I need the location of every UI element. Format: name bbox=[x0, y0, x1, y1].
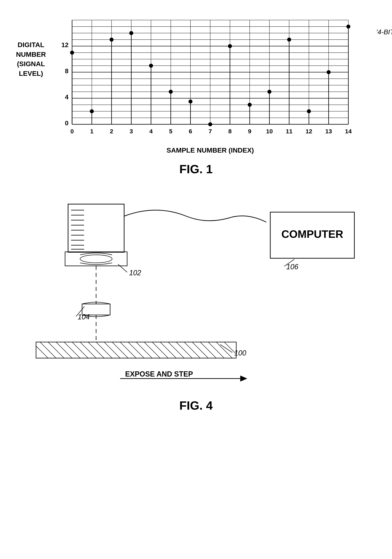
svg-point-65 bbox=[208, 122, 212, 126]
svg-line-126 bbox=[208, 342, 224, 358]
page-container: DIGITALNUMBER(SIGNALLEVEL) '4-BITS' bbox=[0, 0, 392, 559]
svg-line-113 bbox=[104, 342, 120, 358]
svg-line-106 bbox=[48, 342, 64, 358]
svg-text:1: 1 bbox=[90, 128, 93, 135]
svg-text:0: 0 bbox=[71, 128, 74, 135]
svg-line-93 bbox=[118, 264, 127, 272]
svg-line-123 bbox=[184, 342, 200, 358]
svg-point-69 bbox=[248, 103, 252, 107]
fig4-svg: 102 106 104 bbox=[16, 192, 392, 403]
chart-svg: 0 4 8 12 0 1 2 3 4 5 6 7 8 9 10 bbox=[60, 16, 360, 140]
svg-point-73 bbox=[287, 38, 291, 42]
y-axis-label: DIGITALNUMBER(SIGNALLEVEL) bbox=[16, 40, 46, 78]
svg-text:106: 106 bbox=[286, 263, 299, 271]
svg-text:4: 4 bbox=[149, 128, 153, 135]
svg-point-56 bbox=[109, 38, 114, 42]
svg-line-110 bbox=[80, 342, 96, 358]
bits-label: '4-BITS' bbox=[376, 28, 392, 36]
svg-point-64 bbox=[188, 99, 192, 103]
svg-text:8: 8 bbox=[228, 128, 232, 135]
svg-text:12: 12 bbox=[61, 41, 69, 48]
svg-point-71 bbox=[267, 90, 271, 94]
svg-point-60 bbox=[149, 64, 153, 68]
svg-point-77 bbox=[327, 70, 330, 74]
svg-point-58 bbox=[129, 31, 133, 35]
svg-text:3: 3 bbox=[130, 128, 133, 135]
svg-line-115 bbox=[120, 342, 136, 358]
svg-point-54 bbox=[90, 109, 94, 113]
svg-text:9: 9 bbox=[248, 128, 251, 135]
chart-wrapper: DIGITALNUMBER(SIGNALLEVEL) '4-BITS' bbox=[60, 16, 376, 154]
svg-text:12: 12 bbox=[305, 128, 312, 135]
svg-line-105 bbox=[40, 342, 56, 358]
svg-line-118 bbox=[144, 342, 160, 358]
svg-point-79 bbox=[346, 25, 350, 29]
svg-line-121 bbox=[168, 342, 184, 358]
fig4-diagram: 102 106 104 bbox=[16, 192, 376, 392]
svg-point-75 bbox=[307, 109, 311, 113]
svg-marker-132 bbox=[240, 375, 247, 382]
svg-line-124 bbox=[192, 342, 208, 358]
fig1-caption: FIG. 1 bbox=[16, 162, 376, 176]
svg-text:14: 14 bbox=[345, 128, 352, 135]
svg-point-62 bbox=[169, 90, 173, 94]
svg-text:11: 11 bbox=[286, 128, 293, 135]
svg-line-117 bbox=[136, 342, 152, 358]
svg-line-112 bbox=[96, 342, 112, 358]
svg-line-109 bbox=[72, 342, 88, 358]
svg-rect-90 bbox=[65, 252, 127, 266]
svg-line-120 bbox=[160, 342, 176, 358]
svg-line-116 bbox=[128, 342, 144, 358]
svg-line-125 bbox=[200, 342, 216, 358]
svg-line-107 bbox=[56, 342, 72, 358]
svg-point-52 bbox=[70, 51, 74, 55]
svg-text:7: 7 bbox=[209, 128, 212, 135]
svg-line-111 bbox=[88, 342, 104, 358]
svg-text:0: 0 bbox=[65, 120, 69, 127]
svg-text:104: 104 bbox=[78, 313, 90, 321]
svg-line-108 bbox=[64, 342, 80, 358]
svg-text:102: 102 bbox=[129, 269, 141, 277]
fig4-container: 102 106 104 bbox=[16, 192, 376, 412]
svg-point-67 bbox=[228, 44, 232, 48]
svg-text:8: 8 bbox=[65, 67, 69, 75]
svg-line-122 bbox=[176, 342, 192, 358]
chart-area: 0 4 8 12 0 1 2 3 4 5 6 7 8 9 10 bbox=[60, 16, 360, 132]
svg-text:4: 4 bbox=[65, 93, 69, 101]
svg-text:13: 13 bbox=[325, 128, 332, 135]
svg-text:100: 100 bbox=[234, 349, 246, 357]
x-axis-label: SAMPLE NUMBER (INDEX) bbox=[72, 146, 348, 154]
svg-point-91 bbox=[80, 255, 112, 263]
svg-line-104 bbox=[32, 342, 48, 358]
svg-text:5: 5 bbox=[169, 128, 173, 135]
svg-text:2: 2 bbox=[110, 128, 113, 135]
svg-line-114 bbox=[112, 342, 128, 358]
svg-line-119 bbox=[152, 342, 168, 358]
fig1-container: DIGITALNUMBER(SIGNALLEVEL) '4-BITS' bbox=[16, 16, 376, 176]
svg-text:10: 10 bbox=[266, 128, 273, 135]
svg-text:6: 6 bbox=[189, 128, 192, 135]
svg-text:EXPOSE AND STEP: EXPOSE AND STEP bbox=[125, 370, 193, 378]
svg-line-127 bbox=[216, 342, 232, 358]
svg-text:COMPUTER: COMPUTER bbox=[282, 228, 343, 240]
